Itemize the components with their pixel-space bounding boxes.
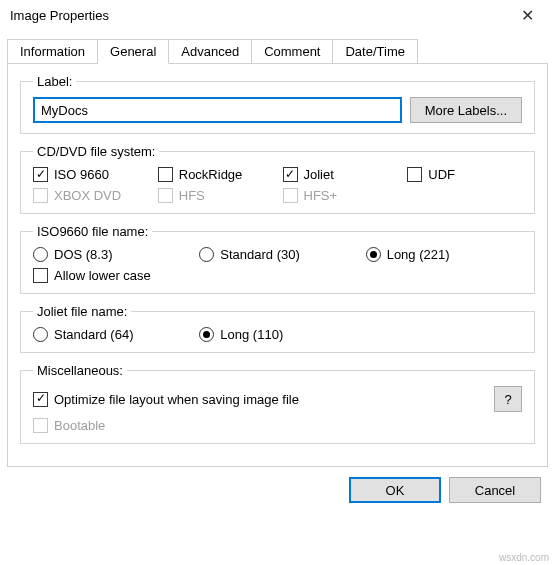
fs-udf[interactable]: UDF: [407, 167, 522, 182]
checkbox-icon: [33, 268, 48, 283]
tab-panel-general: Label: More Labels... CD/DVD file system…: [7, 63, 548, 467]
radio-icon: [33, 247, 48, 262]
joliet-name-standard[interactable]: Standard (64): [33, 327, 189, 342]
radio-icon: [199, 327, 214, 342]
fs-joliet[interactable]: Joliet: [283, 167, 398, 182]
fs-hfs: HFS: [158, 188, 273, 203]
checkbox-icon: [407, 167, 422, 182]
label-legend: Label:: [33, 74, 76, 89]
help-button[interactable]: ?: [494, 386, 522, 412]
checkbox-icon: [33, 188, 48, 203]
misc-bootable: Bootable: [33, 418, 522, 433]
checkbox-icon: [283, 167, 298, 182]
radio-icon: [33, 327, 48, 342]
cancel-button[interactable]: Cancel: [449, 477, 541, 503]
checkbox-icon: [33, 167, 48, 182]
radio-icon: [366, 247, 381, 262]
group-filesystem: CD/DVD file system: ISO 9660 RockRidge J…: [20, 144, 535, 214]
joliet-name-legend: Joliet file name:: [33, 304, 131, 319]
misc-legend: Miscellaneous:: [33, 363, 127, 378]
tabstrip: Information General Advanced Comment Dat…: [7, 38, 548, 63]
ok-button[interactable]: OK: [349, 477, 441, 503]
checkbox-icon: [158, 167, 173, 182]
iso-name-long[interactable]: Long (221): [366, 247, 522, 262]
window-title: Image Properties: [10, 8, 109, 23]
group-label: Label: More Labels...: [20, 74, 535, 134]
tab-datetime[interactable]: Date/Time: [333, 39, 417, 64]
tab-general[interactable]: General: [98, 39, 169, 64]
iso-allow-lower[interactable]: Allow lower case: [33, 268, 522, 283]
misc-optimize[interactable]: Optimize file layout when saving image f…: [33, 392, 299, 407]
group-misc: Miscellaneous: Optimize file layout when…: [20, 363, 535, 444]
tab-comment[interactable]: Comment: [252, 39, 333, 64]
fs-hfsplus: HFS+: [283, 188, 398, 203]
fs-iso9660[interactable]: ISO 9660: [33, 167, 148, 182]
radio-icon: [199, 247, 214, 262]
more-labels-button[interactable]: More Labels...: [410, 97, 522, 123]
group-joliet-name: Joliet file name: Standard (64) Long (11…: [20, 304, 535, 353]
checkbox-icon: [283, 188, 298, 203]
group-iso-name: ISO9660 file name: DOS (8.3) Standard (3…: [20, 224, 535, 294]
checkbox-icon: [33, 418, 48, 433]
label-input[interactable]: [33, 97, 402, 123]
fs-xboxdvd: XBOX DVD: [33, 188, 148, 203]
tab-advanced[interactable]: Advanced: [169, 39, 252, 64]
close-icon[interactable]: ✕: [507, 0, 547, 32]
iso-name-legend: ISO9660 file name:: [33, 224, 152, 239]
fs-legend: CD/DVD file system:: [33, 144, 159, 159]
checkbox-icon: [158, 188, 173, 203]
iso-name-dos[interactable]: DOS (8.3): [33, 247, 189, 262]
checkbox-icon: [33, 392, 48, 407]
iso-name-standard[interactable]: Standard (30): [199, 247, 355, 262]
fs-rockridge[interactable]: RockRidge: [158, 167, 273, 182]
joliet-name-long[interactable]: Long (110): [199, 327, 355, 342]
watermark: wsxdn.com: [499, 552, 549, 563]
tab-information[interactable]: Information: [7, 39, 98, 64]
